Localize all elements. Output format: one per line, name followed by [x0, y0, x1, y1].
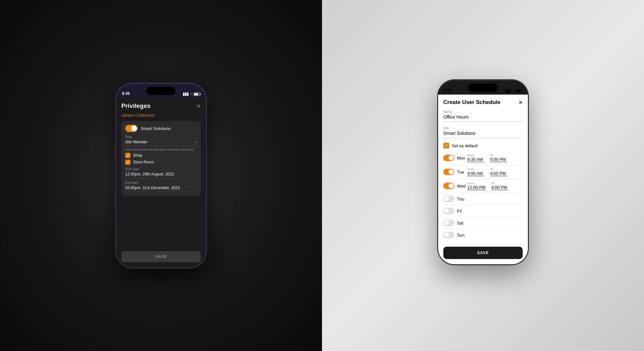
toggle-sun[interactable]	[443, 232, 454, 238]
signal-icon-left: ▋▋▋	[183, 93, 189, 96]
status-time-left: 8:45	[122, 91, 130, 96]
from-value-wed: 12:00 PM	[467, 185, 486, 190]
to-label-tue: To	[490, 168, 507, 171]
name-field-group: Name Office Hours	[443, 110, 523, 123]
set-default-row: Set as default	[443, 143, 523, 149]
privileges-screen: Privileges ✕ James Contractor Smart Solu…	[116, 98, 206, 267]
schedule-row-tue: Tue From 9:00 AM To 4:00 PM	[443, 165, 523, 179]
battery-icon-right	[516, 89, 522, 93]
schedule-row-mon: Mon From 8:30 AM To 5:00 PM	[443, 151, 523, 165]
start-date-text: 12:00pm, 29th August, 2023	[125, 172, 174, 176]
to-value-wed: 4:00 PM	[491, 185, 508, 190]
from-value-tue: 9:00 AM	[467, 171, 484, 176]
to-label-mon: To	[490, 154, 507, 157]
role-value: Site Member	[125, 140, 147, 144]
toggle-fri[interactable]	[443, 208, 454, 214]
right-phone: 8:45 ▋▋▋ ⌔ Create User Schedule ✕ Name O…	[437, 80, 529, 265]
to-col-tue: To 4:00 PM	[490, 168, 507, 176]
set-default-label: Set as default	[452, 143, 478, 148]
area-storeroom-checkbox[interactable]	[125, 160, 130, 165]
area-shop-row: Shop	[125, 153, 197, 158]
from-label-mon: From	[467, 154, 484, 157]
toggle-mon[interactable]	[443, 155, 454, 161]
role-value-row: Site Member ▾	[125, 140, 197, 146]
area-shop-checkbox[interactable]	[125, 153, 130, 158]
signal-icon-right: ▋▋▋	[505, 89, 511, 93]
end-date-label: End date	[125, 181, 197, 185]
schedule-row-sat: Sat	[443, 217, 523, 229]
right-panel: 8:45 ▋▋▋ ⌔ Create User Schedule ✕ Name O…	[322, 0, 644, 351]
from-label-wed: From	[467, 182, 486, 185]
save-button-left[interactable]: SAVE	[121, 251, 201, 262]
day-sun: Sun	[457, 233, 467, 238]
area-storeroom-row: Store Room	[125, 160, 197, 165]
privileges-card: Smart Solutions Role Site Member ▾ User …	[121, 121, 201, 196]
save-button-right[interactable]: SAVE	[443, 247, 523, 259]
site-field-group: Site Smart Solutions	[443, 126, 523, 139]
time-group-tue: From 9:00 AM To 4:00 PM	[467, 168, 523, 176]
day-tue: Tue	[457, 170, 467, 175]
status-time-right: 8:45	[444, 88, 452, 93]
day-sat: Sat	[457, 221, 467, 226]
schedule-row-wed: Wed From 12:00 PM To 4:00 PM	[443, 179, 523, 193]
from-col-tue: From 9:00 AM	[467, 168, 484, 176]
time-group-wed: From 12:00 PM To 4:00 PM	[467, 182, 523, 190]
site-label: Site	[443, 126, 523, 130]
day-mon: Mon	[457, 156, 467, 161]
from-value-mon: 8:30 AM	[467, 157, 484, 162]
to-label-wed: To	[491, 182, 508, 185]
privileges-title: Privileges	[121, 102, 151, 110]
to-value-mon: 5:00 PM	[490, 157, 507, 162]
site-toggle-label: Smart Solutions	[141, 126, 171, 131]
to-value-tue: 4:00 PM	[490, 171, 507, 176]
schedule-title: Create User Schedule	[443, 99, 501, 106]
status-icons-left: ▋▋▋ ⌔	[183, 92, 200, 96]
dynamic-island-right	[468, 84, 498, 92]
battery-icon-left	[194, 93, 200, 96]
name-label: Name	[443, 110, 523, 114]
dropdown-arrow[interactable]: ▾	[195, 140, 197, 144]
toggle-thu[interactable]	[443, 196, 454, 202]
dynamic-island-left	[146, 87, 176, 95]
schedule-row-thu: Thu	[443, 193, 523, 205]
left-panel: 8:45 ▋▋▋ ⌔ Privileges ✕ James Contractor	[0, 0, 322, 351]
area-storeroom-label: Store Room	[133, 160, 154, 164]
site-toggle-row: Smart Solutions	[125, 125, 197, 132]
schedule-row-sun: Sun	[443, 229, 523, 241]
user-name: James Contractor	[121, 113, 201, 118]
schedule-screen: Create User Schedule ✕ Name Office Hours…	[438, 95, 528, 264]
time-group-mon: From 8:30 AM To 5:00 PM	[467, 154, 523, 162]
schedule-header: Create User Schedule ✕	[443, 99, 523, 106]
from-label-tue: From	[467, 168, 484, 171]
toggle-sat[interactable]	[443, 220, 454, 226]
wifi-icon-right: ⌔	[512, 89, 514, 93]
from-col-mon: From 8:30 AM	[467, 154, 484, 162]
privileges-header: Privileges ✕	[121, 102, 201, 110]
day-thu: Thu	[457, 197, 467, 202]
toggle-tue[interactable]	[443, 169, 454, 175]
from-col-wed: From 12:00 PM	[467, 182, 486, 190]
area-shop-label: Shop	[133, 153, 142, 158]
day-wed: Wed	[457, 184, 467, 188]
site-toggle[interactable]	[125, 125, 138, 132]
wifi-icon-left: ⌔	[190, 92, 192, 96]
to-col-wed: To 4:00 PM	[491, 182, 508, 190]
start-date-value: 12:00pm, 29th August, 2023	[125, 172, 197, 178]
schedule-list: Mon From 8:30 AM To 5:00 PM	[443, 151, 523, 241]
left-phone: 8:45 ▋▋▋ ⌔ Privileges ✕ James Contractor	[115, 83, 207, 268]
set-default-checkbox[interactable]	[443, 143, 449, 149]
end-date-text: 05:00pm, 31st December, 2023	[125, 186, 180, 190]
close-button-right[interactable]: ✕	[518, 99, 523, 106]
toggle-wed[interactable]	[443, 183, 454, 189]
day-fri: Fri	[457, 209, 467, 214]
site-value: Smart Solutions	[443, 131, 523, 138]
role-label: Role	[125, 135, 197, 139]
hint-text: User can access selected areas only when…	[125, 148, 197, 151]
to-col-mon: To 5:00 PM	[490, 154, 507, 162]
start-date-label: Start date	[125, 167, 197, 171]
name-value: Office Hours	[443, 114, 523, 122]
close-button-left[interactable]: ✕	[196, 103, 201, 109]
end-date-value: 05:00pm, 31st December, 2023	[125, 186, 197, 192]
schedule-row-fri: Fri	[443, 205, 523, 217]
status-icons-right: ▋▋▋ ⌔	[505, 89, 522, 93]
